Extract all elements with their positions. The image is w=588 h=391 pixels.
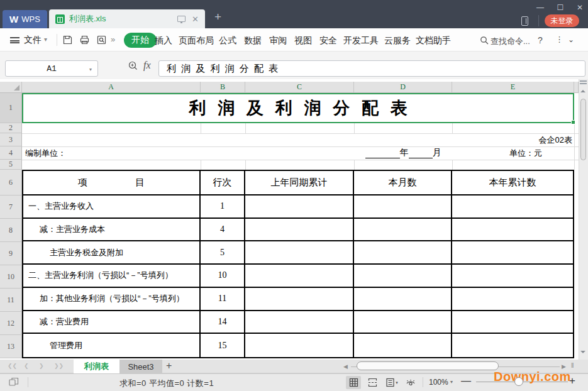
header-current-month-cell[interactable]: 本月数	[354, 171, 452, 196]
zoom-formula-icon[interactable]	[128, 60, 138, 71]
scroll-up-icon[interactable]	[580, 90, 585, 92]
page-break-view-button[interactable]	[365, 376, 380, 389]
cell-mode-icon[interactable]	[8, 377, 19, 388]
row-header-2[interactable]: 2	[0, 123, 22, 133]
scrollbar-resize-grip[interactable]: ‖	[571, 361, 574, 369]
zoom-out-button[interactable]: —	[461, 375, 471, 387]
value-cell[interactable]	[452, 334, 573, 357]
row-header-11[interactable]: 11	[0, 289, 22, 312]
hamburger-menu-icon[interactable]	[10, 37, 19, 43]
header-item-cell[interactable]: 项目	[23, 171, 201, 196]
row-header-13[interactable]: 13	[0, 335, 22, 358]
document-tab[interactable]: 利润表.xls ✕	[49, 9, 205, 28]
line-no-cell[interactable]: 10	[201, 265, 245, 288]
last-sheet-icon[interactable]: ❯❯	[54, 363, 64, 369]
split-handle-icon[interactable]	[580, 80, 587, 84]
column-header-a[interactable]: A	[22, 82, 201, 93]
sheet-tab-sheet3[interactable]: Sheet3	[119, 360, 162, 373]
select-all-corner[interactable]	[0, 82, 22, 93]
item-cell[interactable]: 一、主营业务收入	[23, 196, 201, 219]
value-cell[interactable]	[245, 196, 354, 219]
row-header-6[interactable]: 6	[0, 170, 22, 196]
row-header-8[interactable]: 8	[0, 219, 22, 242]
value-cell[interactable]	[354, 311, 452, 334]
file-menu[interactable]: 文件	[24, 35, 42, 46]
first-sheet-icon[interactable]: ❮❮	[8, 363, 17, 369]
line-no-cell[interactable]: 4	[201, 219, 245, 242]
row-header-3[interactable]: 3	[0, 133, 22, 146]
value-cell[interactable]	[452, 265, 573, 288]
header-prev-period-cell[interactable]: 上年同期累计	[245, 171, 354, 196]
eye-protect-view-button[interactable]	[403, 376, 418, 389]
print-icon[interactable]	[79, 35, 90, 45]
item-cell[interactable]: 管理费用	[23, 334, 201, 357]
next-sheet-icon[interactable]: ❯	[39, 363, 44, 369]
zoom-level[interactable]: 100%	[429, 378, 448, 387]
ribbon-tab-security[interactable]: 安全	[319, 35, 337, 47]
value-cell[interactable]	[354, 334, 452, 357]
ribbon-tab-developer[interactable]: 开发工具	[343, 35, 379, 47]
fill-handle[interactable]	[571, 120, 575, 124]
tab-close-icon[interactable]: ✕	[192, 14, 199, 24]
column-header-b[interactable]: B	[201, 82, 245, 93]
value-cell[interactable]	[245, 241, 354, 265]
ribbon-tab-view[interactable]: 视图	[294, 35, 312, 47]
item-cell[interactable]: 加：其他业务利润（亏损以“－”号填列）	[23, 288, 201, 311]
file-menu-chevron-icon[interactable]: ▾	[44, 36, 47, 43]
search-icon[interactable]	[480, 36, 489, 45]
formula-input[interactable]: 利 润 及 利 润 分 配 表	[158, 60, 585, 77]
login-button[interactable]: 未登录	[545, 14, 579, 27]
ribbon-tab-formulas[interactable]: 公式	[219, 35, 236, 47]
value-cell[interactable]	[452, 196, 573, 219]
cell-date-line[interactable]: 年月	[354, 146, 452, 160]
window-close-button[interactable]: ✕	[571, 1, 588, 14]
row-header-7[interactable]: 7	[0, 196, 22, 219]
cell-unit[interactable]: 单位：元	[509, 146, 542, 160]
wps-menu-button[interactable]: W WPS	[3, 10, 47, 28]
new-tab-button[interactable]: +	[214, 11, 221, 23]
fx-icon[interactable]: fx	[143, 60, 151, 71]
value-cell[interactable]	[354, 219, 452, 242]
mobile-sync-icon[interactable]	[521, 16, 528, 26]
row-header-1[interactable]: 1	[0, 93, 22, 123]
zoom-dropdown-icon[interactable]: ▾	[450, 379, 453, 385]
value-cell[interactable]	[354, 265, 452, 288]
value-cell[interactable]	[245, 265, 354, 288]
cell-form-code[interactable]: 会企02表	[452, 133, 572, 146]
item-cell[interactable]: 主营业务税金及附加	[23, 241, 201, 265]
line-no-cell[interactable]: 14	[201, 311, 245, 334]
value-cell[interactable]	[354, 288, 452, 311]
save-icon[interactable]	[62, 35, 73, 45]
normal-view-button[interactable]	[346, 376, 361, 389]
value-cell[interactable]	[354, 241, 452, 265]
value-cell[interactable]	[245, 219, 354, 242]
scroll-left-icon[interactable]: ◀	[343, 363, 348, 370]
prev-sheet-icon[interactable]: ❮	[24, 363, 29, 369]
scroll-down-icon[interactable]	[580, 351, 585, 353]
ribbon-tab-home[interactable]: 开始	[124, 33, 157, 48]
value-cell[interactable]	[354, 196, 452, 219]
item-cell[interactable]: 减：营业费用	[23, 311, 201, 334]
sheet-tab-active[interactable]: 利润表	[74, 360, 119, 373]
line-no-cell[interactable]: 11	[201, 288, 245, 311]
value-cell[interactable]	[245, 334, 354, 357]
row-header-5[interactable]: 5	[0, 160, 22, 170]
cell-prepared-by[interactable]: 编制单位：	[25, 146, 66, 160]
ribbon-tab-data[interactable]: 数据	[244, 35, 262, 47]
ribbon-tab-assistant[interactable]: 文档助手	[416, 35, 451, 47]
ribbon-tab-review[interactable]: 审阅	[269, 35, 287, 47]
row-header-4[interactable]: 4	[0, 146, 22, 160]
zoom-in-button[interactable]: +	[569, 375, 575, 387]
row-header-9[interactable]: 9	[0, 242, 22, 265]
zoom-slider-handle[interactable]	[514, 377, 523, 386]
column-header-partial[interactable]	[574, 82, 579, 93]
window-minimize-button[interactable]: —	[531, 1, 549, 14]
value-cell[interactable]	[452, 219, 573, 242]
add-sheet-button[interactable]: +	[166, 360, 172, 372]
vertical-scroll-thumb[interactable]	[580, 99, 586, 160]
line-no-cell[interactable]: 15	[201, 334, 245, 357]
ribbon-tab-insert[interactable]: 插入	[155, 35, 172, 47]
header-line-no-cell[interactable]: 行次	[201, 171, 245, 196]
item-cell[interactable]: 二、主营业务利润（亏损以“－”号填列）	[23, 265, 201, 288]
row-header-12[interactable]: 12	[0, 312, 22, 335]
